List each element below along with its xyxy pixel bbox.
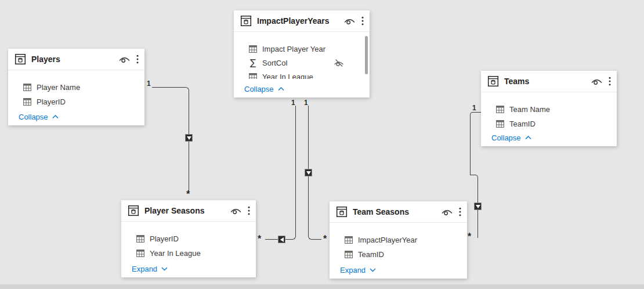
model-view-canvas: 1 * 1 * 1 * 1 * Players Player Name Play… (0, 0, 644, 289)
table-title: ImpactPlayerYears (257, 16, 343, 26)
cardinality-many: * (468, 233, 471, 241)
column-grid-icon (23, 98, 31, 106)
table-title: Players (31, 55, 118, 64)
expand-label: Expand (340, 266, 366, 274)
field-name: PlayerID (150, 234, 179, 243)
vertical-scrollbar[interactable] (365, 36, 368, 74)
more-options-icon[interactable] (136, 55, 139, 64)
table-icon (15, 53, 26, 65)
collapse-label: Collapse (244, 85, 274, 93)
field-row[interactable]: ImpactPlayerYear (330, 233, 467, 247)
field-name: ImpactPlayerYear (358, 236, 417, 244)
collapse-link[interactable]: Collapse (491, 133, 532, 142)
field-row[interactable]: Year In League (121, 246, 256, 261)
field-name: Year In League (262, 73, 313, 80)
table-icon (240, 15, 252, 27)
field-name: TeamID (509, 120, 536, 128)
column-grid-icon (249, 73, 257, 80)
table-card-header[interactable]: Players (8, 49, 144, 70)
column-grid-icon (345, 236, 353, 244)
relationship-line-impactplayeryears-playerseasons[interactable] (265, 106, 296, 240)
expand-link[interactable]: Expand (340, 266, 377, 274)
column-grid-icon (345, 251, 353, 258)
collapse-link[interactable]: Collapse (19, 113, 59, 121)
table-title: Player Seasons (144, 206, 230, 215)
table-title: Team Seasons (353, 207, 441, 216)
column-grid-icon (496, 120, 504, 128)
cardinality-one: 1 (304, 99, 308, 106)
relationship-arrow-down-icon (185, 134, 193, 142)
cardinality-many: * (323, 235, 327, 243)
table-card-players[interactable]: Players Player Name PlayerID Collapse (8, 49, 144, 125)
relationship-line-players-playerseasons[interactable] (152, 87, 189, 193)
field-row[interactable]: TeamID (481, 117, 617, 131)
field-row[interactable]: Team Name (481, 102, 617, 117)
table-card-header[interactable]: Team Seasons (330, 201, 467, 223)
chevron-down-icon (161, 266, 168, 272)
expand-link[interactable]: Expand (132, 265, 168, 273)
relationship-arrow-left-icon (278, 236, 285, 243)
table-card-header[interactable]: Teams (481, 71, 617, 92)
hidden-eye-icon[interactable] (334, 59, 344, 67)
field-name: TeamID (358, 250, 384, 259)
chevron-down-icon (369, 268, 377, 273)
field-name: Player Name (37, 83, 80, 92)
column-grid-icon (496, 106, 504, 113)
more-options-icon[interactable] (361, 16, 364, 26)
column-grid-icon (23, 84, 31, 91)
field-row[interactable]: Impact Player Year (234, 42, 370, 56)
table-card-player-seasons[interactable]: Player Seasons PlayerID Year In League E… (121, 200, 256, 277)
table-icon (336, 206, 348, 218)
table-card-teams[interactable]: Teams Team Name TeamID Collapse (481, 71, 617, 146)
visibility-eye-icon[interactable] (230, 207, 242, 215)
relationship-line-teams-teamseasons[interactable] (470, 112, 481, 175)
chevron-up-icon (277, 86, 285, 92)
relationship-arrow-down-icon (474, 203, 482, 210)
more-options-icon[interactable] (248, 206, 250, 215)
table-icon (487, 75, 499, 87)
visibility-eye-icon[interactable] (118, 55, 131, 64)
field-row[interactable]: TeamID (330, 247, 467, 262)
cardinality-one: 1 (472, 104, 476, 111)
table-card-header[interactable]: ImpactPlayerYears (234, 10, 370, 32)
table-card-team-seasons[interactable]: Team Seasons ImpactPlayerYear TeamID Exp… (330, 201, 467, 279)
field-row[interactable]: ∑ SortCol (234, 56, 370, 70)
cardinality-many: * (186, 190, 190, 198)
field-row[interactable]: Player Name (8, 80, 144, 95)
table-card-impactplayeryears[interactable]: ImpactPlayerYears Impact Player Year ∑ S… (234, 10, 370, 97)
chevron-up-icon (52, 114, 59, 120)
collapse-link[interactable]: Collapse (244, 85, 285, 93)
chevron-up-icon (524, 135, 532, 140)
field-row-clipped[interactable]: Year In League (234, 70, 370, 79)
table-icon (128, 205, 139, 216)
cardinality-one: 1 (291, 99, 295, 106)
field-row[interactable]: PlayerID (121, 232, 256, 246)
collapse-label: Collapse (491, 133, 521, 142)
visibility-eye-icon[interactable] (591, 77, 603, 86)
field-name: Year In League (150, 249, 201, 258)
field-name: Impact Player Year (262, 45, 325, 53)
field-name: PlayerID (37, 97, 66, 106)
field-name: Team Name (509, 105, 550, 114)
column-grid-icon (136, 235, 144, 243)
collapse-label: Collapse (19, 113, 48, 121)
visibility-eye-icon[interactable] (441, 208, 453, 216)
table-card-header[interactable]: Player Seasons (121, 200, 256, 222)
cardinality-one: 1 (147, 80, 151, 87)
relationship-arrow-down-icon (305, 169, 312, 176)
cardinality-many: * (258, 235, 261, 243)
visibility-eye-icon[interactable] (343, 17, 356, 26)
field-name: SortCol (262, 59, 287, 67)
sigma-measure-icon: ∑ (249, 59, 257, 67)
column-grid-icon (136, 250, 144, 257)
canvas-bottom-edge (0, 284, 644, 289)
column-grid-icon (249, 45, 257, 53)
expand-label: Expand (132, 265, 157, 273)
more-options-icon[interactable] (609, 77, 611, 86)
field-row[interactable]: PlayerID (8, 95, 144, 109)
more-options-icon[interactable] (459, 207, 461, 216)
table-title: Teams (504, 77, 591, 86)
